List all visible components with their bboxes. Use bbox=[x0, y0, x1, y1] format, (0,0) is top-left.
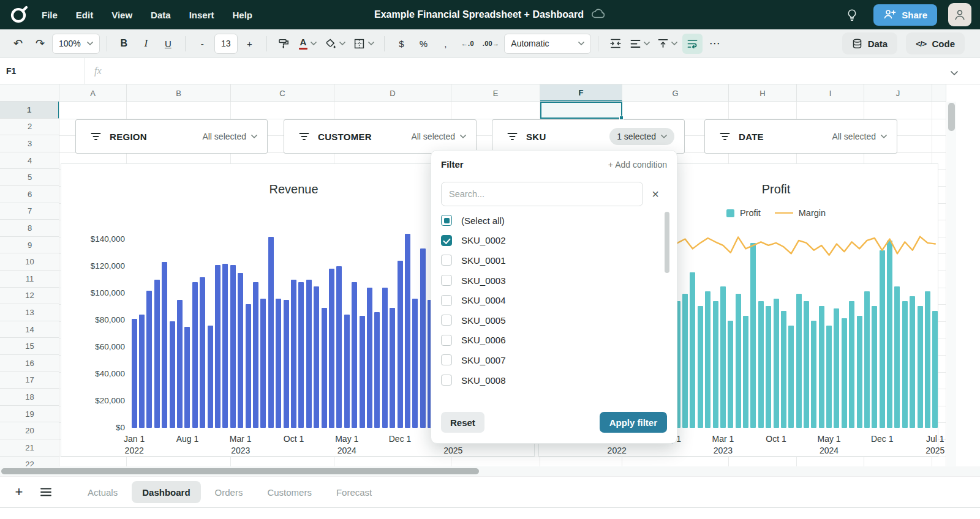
menu-help[interactable]: Help bbox=[232, 10, 252, 20]
row-header-7[interactable]: 7 bbox=[0, 203, 59, 220]
checkbox-unchecked-icon[interactable] bbox=[441, 335, 452, 346]
filter-option-sku-0006[interactable]: SKU_0006 bbox=[441, 330, 659, 351]
checkbox-unchecked-icon[interactable] bbox=[441, 275, 452, 286]
font-size-input[interactable]: 13 bbox=[214, 34, 238, 54]
borders-button[interactable] bbox=[350, 34, 377, 54]
row-header-22[interactable]: 22 bbox=[0, 457, 59, 466]
column-header-f[interactable]: F bbox=[540, 84, 622, 102]
filter-value-dropdown[interactable]: All selected bbox=[411, 132, 466, 141]
underline-button[interactable]: U bbox=[158, 34, 178, 54]
filter-search-input[interactable] bbox=[441, 182, 643, 206]
checkbox-indeterminate-icon[interactable] bbox=[441, 215, 452, 226]
column-header-e[interactable]: E bbox=[451, 84, 540, 102]
share-button[interactable]: Share bbox=[873, 4, 937, 26]
row-header-8[interactable]: 8 bbox=[0, 220, 59, 237]
row-header-17[interactable]: 17 bbox=[0, 372, 59, 389]
checkbox-unchecked-icon[interactable] bbox=[441, 255, 452, 266]
sheet-tab-dashboard[interactable]: Dashboard bbox=[132, 481, 200, 503]
column-header-g[interactable]: G bbox=[622, 84, 729, 102]
column-header-b[interactable]: B bbox=[127, 84, 231, 102]
filter-widget-customer[interactable]: CUSTOMERAll selected bbox=[284, 119, 477, 154]
filter-option-sku-0004[interactable]: SKU_0004 bbox=[441, 290, 659, 310]
row-header-6[interactable]: 6 bbox=[0, 186, 59, 203]
sheet-tab-forecast[interactable]: Forecast bbox=[326, 481, 382, 503]
undo-button[interactable]: ↶ bbox=[8, 34, 28, 54]
menu-view[interactable]: View bbox=[111, 10, 132, 20]
account-avatar-button[interactable] bbox=[948, 3, 971, 26]
filter-option-select-all[interactable]: (Select all) bbox=[441, 211, 659, 231]
apply-filter-button[interactable]: Apply filter bbox=[600, 412, 667, 433]
sheet-tab-orders[interactable]: Orders bbox=[205, 481, 254, 503]
cell-reference-box[interactable]: F1 bbox=[0, 58, 85, 84]
close-icon[interactable]: × bbox=[646, 185, 665, 203]
checkbox-checked-icon[interactable] bbox=[441, 235, 452, 246]
vertical-align-button[interactable] bbox=[655, 34, 680, 54]
row-header-12[interactable]: 12 bbox=[0, 288, 59, 305]
filter-option-sku-0007[interactable]: SKU_0007 bbox=[441, 350, 659, 370]
menu-edit[interactable]: Edit bbox=[76, 10, 93, 20]
sheet-tab-customers[interactable]: Customers bbox=[257, 481, 322, 503]
checkbox-unchecked-icon[interactable] bbox=[441, 315, 452, 326]
vertical-scrollbar-thumb[interactable] bbox=[948, 103, 955, 131]
selected-cell-f1[interactable] bbox=[540, 102, 622, 119]
filter-option-sku-0003[interactable]: SKU_0003 bbox=[441, 271, 659, 291]
column-header-j[interactable]: J bbox=[864, 84, 932, 102]
column-header-c[interactable]: C bbox=[231, 84, 334, 102]
add-sheet-button[interactable]: + bbox=[9, 482, 29, 502]
column-header-i[interactable]: I bbox=[797, 84, 864, 102]
formula-input[interactable] bbox=[102, 58, 980, 84]
filter-option-sku-0001[interactable]: SKU_0001 bbox=[441, 250, 659, 271]
column-header-d[interactable]: D bbox=[334, 84, 451, 102]
row-header-21[interactable]: 21 bbox=[0, 439, 59, 457]
horizontal-align-button[interactable] bbox=[627, 34, 653, 54]
filter-widget-region[interactable]: REGIONAll selected bbox=[75, 119, 268, 154]
horizontal-scrollbar-thumb[interactable] bbox=[1, 468, 479, 474]
row-header-9[interactable]: 9 bbox=[0, 237, 59, 254]
fill-handle[interactable] bbox=[619, 116, 624, 120]
scrollbar-thumb[interactable] bbox=[665, 212, 669, 273]
checkbox-unchecked-icon[interactable] bbox=[441, 354, 452, 365]
horizontal-scrollbar[interactable] bbox=[0, 466, 980, 476]
filter-option-sku-0008[interactable]: SKU_0008 bbox=[441, 370, 659, 390]
zoom-select[interactable]: 100% bbox=[52, 34, 100, 54]
app-logo-icon[interactable] bbox=[9, 4, 29, 25]
italic-button[interactable]: I bbox=[136, 34, 156, 54]
decrease-font-size-button[interactable]: - bbox=[192, 34, 213, 54]
row-header-18[interactable]: 18 bbox=[0, 389, 59, 406]
filter-value-dropdown[interactable]: 1 selected bbox=[609, 128, 674, 145]
column-header-a[interactable]: A bbox=[59, 84, 127, 102]
decrease-decimal-button[interactable]: ←.0 bbox=[458, 34, 478, 54]
checkbox-unchecked-icon[interactable] bbox=[441, 375, 452, 386]
filter-value-dropdown[interactable]: All selected bbox=[832, 132, 887, 141]
checkbox-unchecked-icon[interactable] bbox=[441, 295, 452, 306]
filter-widget-date[interactable]: DATEAll selected bbox=[704, 119, 897, 154]
code-panel-button[interactable]: </> Code bbox=[906, 32, 965, 54]
redo-button[interactable]: ↷ bbox=[30, 34, 50, 54]
increase-decimal-button[interactable]: .00→ bbox=[480, 34, 503, 54]
text-wrap-button[interactable] bbox=[682, 34, 703, 54]
row-header-5[interactable]: 5 bbox=[0, 169, 59, 186]
column-header-partial[interactable] bbox=[932, 84, 946, 102]
more-options-button[interactable]: ⋯ bbox=[704, 34, 725, 54]
merge-cells-button[interactable] bbox=[605, 34, 625, 54]
grid-corner[interactable] bbox=[0, 84, 59, 102]
bold-button[interactable]: B bbox=[114, 34, 134, 54]
text-color-button[interactable]: A bbox=[296, 34, 320, 54]
number-format-select[interactable]: Automatic bbox=[504, 34, 591, 54]
filter-option-sku-0002[interactable]: SKU_0002 bbox=[441, 231, 659, 251]
row-header-15[interactable]: 15 bbox=[0, 338, 59, 355]
paint-format-button[interactable] bbox=[274, 34, 294, 54]
formula-bar-collapse-icon[interactable] bbox=[951, 67, 958, 78]
increase-font-size-button[interactable]: + bbox=[239, 34, 260, 54]
filter-widget-sku[interactable]: SKU1 selected bbox=[492, 119, 685, 154]
row-header-14[interactable]: 14 bbox=[0, 321, 59, 338]
row-header-20[interactable]: 20 bbox=[0, 422, 59, 439]
column-header-h[interactable]: H bbox=[729, 84, 797, 102]
data-panel-button[interactable]: Data bbox=[842, 32, 898, 54]
add-condition-button[interactable]: + Add condition bbox=[608, 160, 667, 170]
reset-button[interactable]: Reset bbox=[441, 412, 484, 433]
row-header-11[interactable]: 11 bbox=[0, 271, 59, 288]
filter-value-dropdown[interactable]: All selected bbox=[202, 132, 257, 141]
sheet-tab-actuals[interactable]: Actuals bbox=[77, 481, 128, 503]
row-header-19[interactable]: 19 bbox=[0, 406, 59, 423]
